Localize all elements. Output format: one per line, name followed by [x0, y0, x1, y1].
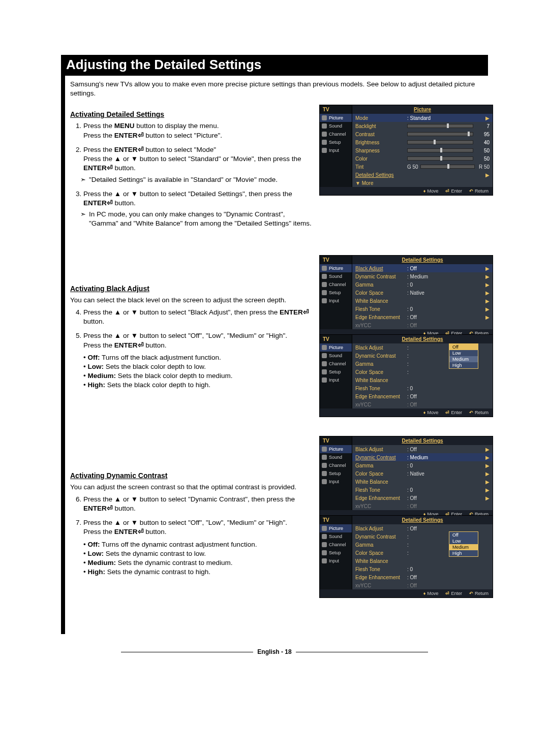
popup-dynamic-contrast: Off Low Medium High: [449, 531, 478, 557]
opt-low: Low: [449, 538, 478, 544]
osd-picture-menu: TV Picture Picture Sound Channel Setup I…: [319, 105, 493, 196]
t: Press the ▲ or ▼ button to select "Stand…: [83, 155, 301, 163]
row-color-space: Color Space: Native▶: [352, 289, 493, 297]
t: Move: [427, 591, 438, 596]
osd-side-setup: Setup: [320, 368, 352, 376]
triangle-right-icon: ▶: [485, 298, 490, 304]
g: G 50: [407, 164, 418, 170]
l: Sound: [329, 123, 342, 129]
l: Dynamic Contrast: [355, 274, 407, 279]
slider: [407, 156, 473, 161]
l: White Balance: [355, 479, 407, 485]
osd-sidebar: Picture Sound Channel Setup Input: [320, 524, 352, 589]
l: Color Space: [355, 550, 407, 556]
osd-main: Black Adjust: Off▶ Dynamic Contrast: Med…: [352, 264, 493, 329]
row-white-balance: White Balance: [352, 557, 493, 565]
osd-title: Detailed Settings: [352, 335, 493, 343]
l: White Balance: [355, 377, 407, 383]
v: : 0: [407, 566, 438, 572]
l: Black Adjust: [355, 266, 407, 271]
note: "Detailed Settings" is available in "Sta…: [89, 175, 278, 184]
setup-icon: [322, 369, 327, 374]
row-dynamic: Dynamic Contrast: Medium▶: [352, 272, 493, 280]
opt-off: Off: [449, 532, 478, 538]
l: Detailed Settings: [355, 172, 407, 178]
v: : Off: [407, 503, 438, 509]
row-edge: Edge Enhancement: Off▶: [352, 494, 493, 502]
t: Return: [475, 591, 489, 596]
step-6: Press the ▲ or ▼ button to select "Dynam…: [83, 495, 314, 513]
input-icon: [322, 148, 327, 153]
section-b-body: You can select the black level on the sc…: [70, 296, 314, 390]
l: xvYCC: [355, 323, 407, 328]
v: : Off: [407, 526, 438, 531]
kw-enter: ENTER⏎: [114, 146, 144, 153]
opt-medium: Medium: [449, 356, 478, 362]
v: : Standard: [407, 115, 438, 121]
t: button.: [113, 199, 136, 207]
kw-enter: ENTER⏎: [280, 308, 309, 316]
channel-icon: [322, 282, 327, 287]
l: Sharpness: [355, 148, 407, 153]
t: button.: [83, 318, 104, 325]
note-arrow-icon: ➣: [80, 210, 86, 228]
page-number: English - 18: [257, 648, 291, 655]
l: Input: [329, 148, 339, 153]
osd-detailed-settings-1: TVDetailed Settings Picture Sound Channe…: [319, 255, 493, 338]
bullet: Off: Turns off the dynamic contrast adju…: [83, 540, 314, 549]
row-gamma: Gamma: 0▶: [352, 461, 493, 469]
osd-title: Detailed Settings: [352, 436, 493, 445]
row-xvycc: xvYCC: Off: [352, 581, 493, 589]
triangle-right-icon: ▶: [485, 172, 490, 178]
vertical-bar: [61, 55, 65, 634]
setup-icon: [322, 140, 327, 145]
v: : 0: [407, 282, 438, 288]
l: Edge Enhancement: [355, 394, 407, 399]
l: Gamma: [355, 542, 407, 548]
v: : 0: [407, 306, 438, 312]
step-2: Press the ENTER⏎ button to select "Mode"…: [83, 145, 314, 184]
row-white-balance: White Balance▶: [352, 297, 493, 305]
foot-move: ♦Move: [423, 591, 439, 596]
osd-tv-label: TV: [320, 436, 352, 445]
t: button.: [144, 341, 167, 349]
row-edge: Edge Enhancement: Off: [352, 573, 493, 581]
picture-icon: [322, 266, 327, 271]
t: Press the: [83, 132, 114, 139]
l: Color Space: [355, 290, 407, 296]
osd-footer: ♦Move ⏎Enter ↶Return: [320, 408, 493, 417]
input-icon: [322, 479, 327, 484]
triangle-right-icon: ▶: [485, 479, 490, 485]
l: xvYCC: [355, 583, 407, 588]
page-title: Adjusting the Detailed Settings: [66, 57, 483, 73]
v: : Off: [407, 575, 438, 580]
l: xvYCC: [355, 402, 407, 407]
row-flesh-tone: Flesh Tone: 0: [352, 384, 493, 392]
l: Edge Enhancement: [355, 575, 407, 580]
osd-side-channel: Channel: [320, 280, 352, 289]
foot-enter: ⏎Enter: [445, 410, 462, 415]
row-white-balance: White Balance: [352, 376, 493, 384]
v: : 0: [407, 386, 438, 391]
bt: Sets the dynamic contrast to high.: [105, 568, 210, 576]
osd-side-setup: Setup: [320, 138, 352, 146]
row-xvycc: xvYCC: Off: [352, 321, 493, 329]
osd-footer: ♦Move ⏎Enter ↶Return: [320, 187, 493, 195]
v: : Medium: [407, 274, 438, 279]
opt-medium: Medium: [449, 544, 478, 550]
l: White Balance: [355, 298, 407, 304]
bullet: Low: Sets the black color depth to low.: [83, 362, 314, 371]
v: : Off: [407, 314, 438, 320]
bullet: High: Sets the dynamic contrast to high.: [83, 568, 314, 577]
l: Channel: [329, 282, 346, 287]
t: Press the: [83, 341, 114, 349]
osd-tv-label: TV: [320, 105, 352, 114]
row-brightness: Brightness40: [352, 138, 493, 146]
opt-low: Low: [449, 350, 478, 356]
l: Black Adjust: [355, 526, 407, 531]
osd-tv-label: TV: [320, 256, 352, 264]
row-color-space: Color Space:: [352, 368, 493, 376]
l: Setup: [329, 369, 341, 374]
row-gamma: Gamma: 0▶: [352, 280, 493, 289]
row-dynamic: Dynamic Contrast: Medium▶: [352, 453, 493, 461]
